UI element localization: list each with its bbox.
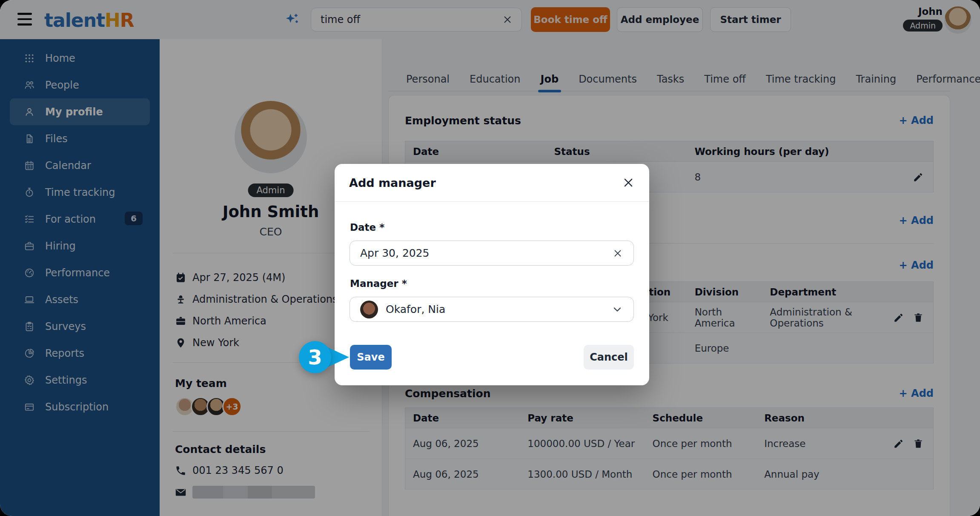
app-window: talentHR Book time off Add employee Star… <box>0 0 980 516</box>
manager-select[interactable]: Okafor, Nia <box>350 297 634 322</box>
date-field-value: Apr 30, 2025 <box>360 247 612 259</box>
chevron-down-icon <box>611 304 623 315</box>
cancel-button[interactable]: Cancel <box>584 345 634 370</box>
date-clear-icon[interactable] <box>612 248 623 259</box>
manager-select-value: Okafor, Nia <box>386 303 611 315</box>
step-callout: 3 <box>299 341 350 373</box>
callout-step-number: 3 <box>299 341 331 373</box>
date-field[interactable]: Apr 30, 2025 <box>350 241 634 266</box>
add-manager-modal: Add manager Date * Apr 30, 2025 Manager … <box>335 164 649 385</box>
modal-header: Add manager <box>335 164 649 202</box>
manager-field-label: Manager * <box>350 278 407 289</box>
modal-close-icon[interactable] <box>622 176 635 189</box>
modal-title: Add manager <box>349 176 436 189</box>
date-field-label: Date * <box>350 222 384 233</box>
save-button[interactable]: Save <box>350 345 392 370</box>
manager-avatar <box>360 301 378 318</box>
